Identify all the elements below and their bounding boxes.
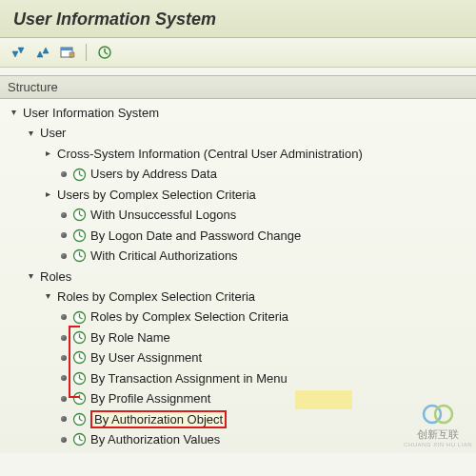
collapse-icon[interactable]: ▾ xyxy=(8,105,19,121)
highlighted-item: By Authorization Object xyxy=(90,409,227,429)
bullet-icon xyxy=(61,253,67,259)
bullet-icon xyxy=(61,437,67,443)
bullet-icon xyxy=(61,212,67,218)
page-header: User Information System xyxy=(0,0,476,38)
highlight-bg xyxy=(295,390,352,409)
svg-marker-1 xyxy=(12,51,18,57)
bullet-icon xyxy=(61,314,67,320)
expand-icon[interactable]: ▸ xyxy=(42,146,53,162)
svg-marker-2 xyxy=(43,48,49,53)
collapse-icon[interactable]: ▾ xyxy=(25,268,36,285)
tree-label: Roles by Complex Selection Criteria xyxy=(90,307,288,327)
execute-icon[interactable] xyxy=(96,44,113,61)
tree-leaf-auth-object[interactable]: By Authorization Object xyxy=(4,409,476,429)
layout-icon[interactable] xyxy=(59,44,76,61)
svg-marker-3 xyxy=(37,51,43,57)
clock-report-icon xyxy=(72,432,87,446)
clock-report-icon xyxy=(72,208,87,222)
tree-leaf-user-assignment[interactable]: By User Assignment xyxy=(4,347,476,367)
tree-node-roles[interactable]: ▾ Roles xyxy=(4,267,476,287)
tree-leaf-users-by-address[interactable]: Users by Address Data xyxy=(4,164,476,184)
tree-label: By Transaction Assignment in Menu xyxy=(90,368,288,388)
bullet-icon xyxy=(61,171,67,177)
clock-report-icon xyxy=(72,350,87,365)
collapse-icon[interactable]: ▾ xyxy=(42,288,53,305)
watermark-text: 创新互联 xyxy=(404,427,472,442)
tree-leaf-tx-assignment[interactable]: By Transaction Assignment in Menu xyxy=(4,368,476,388)
bullet-icon xyxy=(61,335,67,341)
clock-report-icon xyxy=(72,412,87,426)
tree-label: Roles xyxy=(40,267,71,287)
clock-report-icon xyxy=(72,310,87,325)
clock-report-icon xyxy=(72,371,87,386)
clock-report-icon xyxy=(72,330,87,345)
bullet-icon xyxy=(61,396,67,402)
tree-label: By User Assignment xyxy=(90,347,202,367)
tree-node-user[interactable]: ▾ User xyxy=(4,123,476,143)
tree-label: With Critical Authorizations xyxy=(90,246,238,266)
svg-marker-0 xyxy=(18,48,24,53)
tree-node-root[interactable]: ▾ User Information System xyxy=(4,103,476,123)
collapse-icon[interactable]: ▾ xyxy=(25,126,36,142)
toolbar-separator xyxy=(86,44,87,61)
expand-all-icon[interactable] xyxy=(10,44,27,61)
tree-label: By Role Name xyxy=(90,327,170,347)
collapse-all-icon[interactable] xyxy=(34,44,51,61)
watermark-subtext: CHUANG XIN HU LIAN xyxy=(404,442,472,447)
tree-label: By Authorization Values xyxy=(90,429,220,449)
bullet-icon xyxy=(61,375,67,381)
tree-label: Roles by Complex Selection Criteria xyxy=(57,287,255,307)
clock-report-icon xyxy=(72,248,87,263)
svg-line-9 xyxy=(105,52,108,54)
tree-label: User xyxy=(40,123,66,143)
section-header: Structure xyxy=(0,75,476,99)
tree-leaf-logon-date[interactable]: By Logon Date and Password Change xyxy=(4,226,476,246)
tree-node-roles-complex[interactable]: ▾ Roles by Complex Selection Criteria xyxy=(4,287,476,307)
bullet-icon xyxy=(61,416,67,422)
expand-icon[interactable]: ▸ xyxy=(42,187,53,203)
page-title: User Information System xyxy=(13,10,463,30)
tree-leaf-critical-auth[interactable]: With Critical Authorizations xyxy=(4,246,476,266)
tree-label: Users by Complex Selection Criteria xyxy=(57,185,256,205)
clock-report-icon xyxy=(72,391,87,406)
bullet-icon xyxy=(61,355,67,361)
clock-report-icon xyxy=(72,168,87,182)
tree-label: Users by Address Data xyxy=(90,164,217,184)
tree-leaf-role-name[interactable]: By Role Name xyxy=(4,327,476,347)
tree: ▾ User Information System ▾ User ▸ Cross… xyxy=(0,99,476,453)
tree-label: Cross-System Information (Central User A… xyxy=(57,144,363,164)
toolbar xyxy=(0,38,476,68)
tree-node-users-complex[interactable]: ▸ Users by Complex Selection Criteria xyxy=(4,185,476,205)
clock-report-icon xyxy=(72,228,87,243)
tree-label: By Logon Date and Password Change xyxy=(90,226,301,246)
tree-leaf-roles-complex[interactable]: Roles by Complex Selection Criteria xyxy=(4,307,476,327)
tree-label: User Information System xyxy=(23,103,159,123)
tree-label: By Authorization Object xyxy=(90,410,227,428)
tree-node-cross-system[interactable]: ▸ Cross-System Information (Central User… xyxy=(4,144,476,164)
bullet-icon xyxy=(61,232,67,238)
tree-leaf-unsuccessful-logons[interactable]: With Unsuccessful Logons xyxy=(4,205,476,225)
tree-label: With Unsuccessful Logons xyxy=(90,205,236,225)
svg-rect-6 xyxy=(69,52,74,57)
tree-label: By Profile Assignment xyxy=(90,388,210,408)
svg-rect-5 xyxy=(61,48,72,50)
